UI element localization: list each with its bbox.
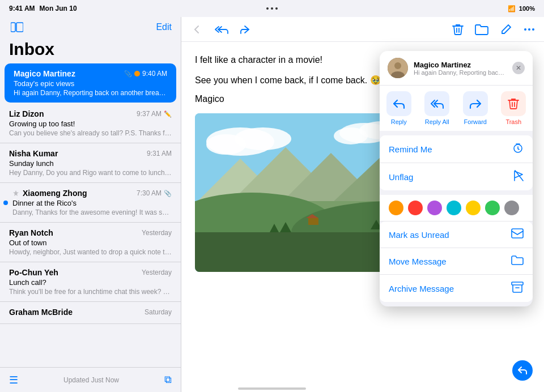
- email-item-3[interactable]: Nisha Kumar 9:31 AM Sunday lunch Hey Dan…: [0, 143, 181, 183]
- svg-rect-34: [512, 282, 523, 285]
- color-red[interactable]: [408, 201, 423, 215]
- archive-message-label: Archive Message: [389, 284, 454, 293]
- wifi-icon: 📶: [508, 5, 516, 12]
- email-time-4: 7:30 AM: [137, 189, 162, 197]
- color-green[interactable]: [485, 201, 500, 215]
- color-gray[interactable]: [504, 201, 519, 215]
- color-purple[interactable]: [427, 201, 442, 215]
- attachment-icon-1: 📎: [124, 70, 132, 78]
- toolbar-left: [190, 24, 253, 35]
- email-sender-3: Nisha Kumar: [9, 149, 58, 158]
- status-date: Mon Jun 10: [40, 5, 77, 12]
- notch-dot-3: [275, 7, 278, 10]
- battery-status: 100%: [519, 5, 535, 12]
- svg-rect-23: [308, 218, 318, 225]
- svg-point-29: [394, 62, 401, 69]
- compose-toolbar-button[interactable]: [500, 23, 512, 36]
- popup-forward-button[interactable]: Forward: [460, 91, 491, 125]
- svg-point-2: [524, 28, 526, 31]
- color-tags-row: [380, 195, 533, 221]
- forward-icon: [463, 91, 488, 116]
- popup-menu-group-1: Remind Me Unflag: [380, 135, 533, 190]
- email-time-3: 9:31 AM: [147, 150, 172, 157]
- more-toolbar-button[interactable]: [524, 28, 535, 31]
- inbox-header: Inbox: [0, 35, 181, 62]
- popup-sender-preview: Hi again Danny, Reporting back o...: [414, 69, 507, 76]
- back-button[interactable]: [190, 24, 203, 35]
- email-subject-3: Sunday lunch: [9, 159, 172, 168]
- folder-icon: [511, 255, 524, 267]
- reply-all-icon: [424, 91, 449, 116]
- popup-reply-all-button[interactable]: Reply All: [422, 91, 453, 125]
- email-time-5: Yesterday: [142, 229, 172, 237]
- remind-me-label: Remind Me: [389, 144, 432, 154]
- email-item-1[interactable]: Magico Martinez 📎 9:40 AM Today's epic v…: [5, 63, 176, 103]
- svg-point-8: [206, 134, 246, 155]
- popup-remind-me-item[interactable]: Remind Me: [380, 135, 533, 163]
- popup-reply-button[interactable]: Reply: [383, 91, 414, 125]
- popup-mark-unread-item[interactable]: Mark as Unread: [380, 221, 533, 248]
- color-orange[interactable]: [389, 201, 403, 215]
- unread-dot-4: [3, 201, 8, 205]
- color-yellow[interactable]: [466, 201, 481, 215]
- email-time-1: 9:40 AM: [142, 70, 167, 78]
- compose-icon[interactable]: ☰: [9, 374, 18, 386]
- svg-point-3: [528, 28, 530, 31]
- notch-dot-1: [266, 7, 269, 10]
- folder-toolbar-button[interactable]: [475, 24, 488, 35]
- color-teal[interactable]: [447, 201, 461, 215]
- email-preview-4: Danny, Thanks for the awesome evening! I…: [12, 208, 172, 216]
- trash-toolbar-button[interactable]: [452, 23, 464, 36]
- popup-unflag-item[interactable]: Unflag: [380, 163, 533, 190]
- popup-menu-group-2: Mark as Unread Move Message: [380, 221, 533, 302]
- forward-toolbar-button[interactable]: [240, 24, 253, 35]
- popup-move-message-item[interactable]: Move Message: [380, 248, 533, 275]
- popup-close-button[interactable]: ✕: [512, 62, 525, 74]
- move-message-label: Move Message: [389, 257, 447, 266]
- email-list-footer: ☰ Updated Just Now ⧉: [0, 367, 181, 392]
- pencil-icon-2: ✏️: [164, 110, 172, 118]
- popup-archive-message-item[interactable]: Archive Message: [380, 275, 533, 302]
- svg-point-11: [334, 127, 368, 144]
- email-sender-6: Po-Chun Yeh: [9, 268, 58, 277]
- email-time-6: Yesterday: [142, 269, 172, 276]
- status-bar: 9:41 AM Mon Jun 10 📶 100%: [0, 0, 544, 17]
- popup-trash-label: Trash: [505, 118, 521, 125]
- popup-reply-all-label: Reply All: [425, 118, 449, 125]
- email-sender-1: Magico Martinez: [14, 69, 75, 78]
- status-time: 9:41 AM: [9, 5, 35, 12]
- email-sender-4: Xiaomeng Zhong: [12, 189, 87, 198]
- popup-sender-name: Magico Martinez: [414, 61, 507, 69]
- svg-line-32: [515, 171, 523, 181]
- multi-select-icon[interactable]: ⧉: [164, 374, 172, 386]
- svg-rect-0: [11, 23, 15, 32]
- email-subject-2: Growing up too fast!: [9, 120, 172, 128]
- popup-forward-label: Forward: [464, 118, 487, 125]
- email-sender-5: Ryan Notch: [9, 228, 53, 237]
- email-time-2: 9:37 AM: [137, 110, 162, 118]
- reply-floating-button[interactable]: [512, 360, 533, 381]
- email-subject-5: Out of town: [9, 238, 172, 247]
- header-top-row: Edit: [0, 17, 181, 35]
- toolbar-right: [452, 23, 535, 36]
- popup-trash-button[interactable]: Trash: [498, 91, 529, 125]
- flag-dot-1: [134, 71, 140, 76]
- email-preview-3: Hey Danny, Do you and Rigo want to come …: [9, 169, 172, 177]
- notch-dot-2: [271, 7, 273, 10]
- email-item-2[interactable]: Liz Dizon 9:37 AM ✏️ Growing up too fast…: [0, 104, 181, 143]
- edit-button[interactable]: Edit: [156, 22, 172, 32]
- email-subject-4: Dinner at the Rico's: [12, 199, 172, 207]
- email-item-5[interactable]: Ryan Notch Yesterday Out of town Howdy, …: [0, 223, 181, 262]
- email-item-6[interactable]: Po-Chun Yeh Yesterday Lunch call? Think …: [0, 262, 181, 302]
- email-content-panel: I felt like a character in a movie! See …: [181, 17, 544, 392]
- popup-reply-label: Reply: [391, 118, 407, 125]
- clock-icon: [512, 142, 524, 156]
- email-item-4[interactable]: Xiaomeng Zhong 7:30 AM 📎 Dinner at the R…: [0, 183, 181, 223]
- home-indicator: [238, 387, 306, 390]
- svg-rect-33: [512, 229, 523, 238]
- sidebar-toggle-button[interactable]: [9, 19, 25, 35]
- reply-all-toolbar-button[interactable]: [214, 24, 229, 35]
- email-item-7[interactable]: Graham McBride Saturday: [0, 302, 181, 324]
- email-sender-2: Liz Dizon: [9, 109, 44, 118]
- attachment-icon-4: 📎: [164, 190, 172, 197]
